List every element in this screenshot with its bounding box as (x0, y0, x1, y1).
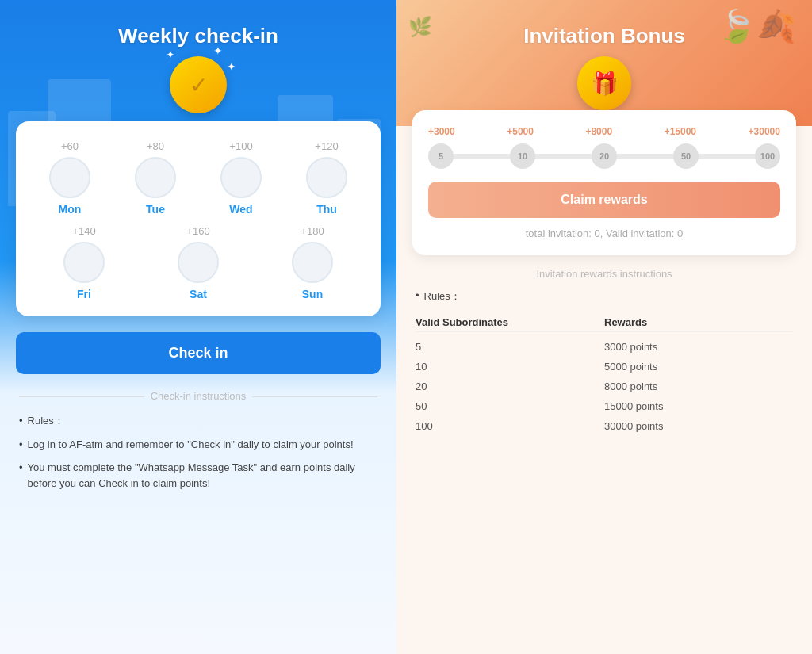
days-grid-row2: +140 Fri +160 Sat +180 Sun (32, 225, 365, 300)
sparkle-3: ✦ (227, 60, 236, 73)
day-circle-fri (63, 242, 105, 283)
progress-dot-4: 100 (755, 143, 780, 169)
checkin-instructions-title: Check-in instructions (19, 390, 377, 402)
day-points-tue: +80 (147, 140, 164, 152)
invitation-card: +3000 +5000 +8000 +15000 +30000 5 10 20 … (412, 110, 796, 255)
header-subordinates: Valid Subordinates (416, 316, 604, 328)
progress-dots: 5 10 20 50 100 (428, 143, 780, 169)
day-label-sat: Sat (190, 288, 207, 300)
progress-labels: +3000 +5000 +8000 +15000 +30000 (428, 126, 780, 137)
day-circle-mon (49, 157, 90, 198)
progress-bar-wrap: 5 10 20 50 100 (428, 143, 780, 169)
weekly-checkin-title: Weekly check-in (0, 24, 396, 48)
progress-section: +3000 +5000 +8000 +15000 +30000 5 10 20 … (428, 126, 780, 169)
day-label-mon: Mon (59, 203, 82, 216)
table-row-0: 5 3000 points (416, 337, 793, 357)
row-3-subordinates: 50 (416, 400, 604, 412)
right-instructions-section: Invitation rewards instructions • Rules：… (396, 255, 812, 654)
progress-dot-1: 10 (510, 143, 535, 169)
table-row-4: 100 30000 points (416, 416, 793, 436)
rewards-table: Valid Subordinates Rewards 5 3000 points… (416, 313, 793, 436)
checkin-button[interactable]: Check in (16, 332, 381, 374)
day-label-tue: Tue (146, 203, 165, 216)
table-row-2: 20 8000 points (416, 377, 793, 396)
progress-label-3: +15000 (665, 126, 696, 137)
day-circle-wed (220, 157, 262, 198)
bullet-icon-1: • (19, 437, 23, 453)
left-panel: Weekly check-in ✦ ✦ ✦ +60 Mon +80 (0, 0, 396, 654)
day-item-sat: +160 Sat (146, 225, 251, 300)
bullet-icon-0: • (19, 413, 23, 429)
day-item-fri: +140 Fri (32, 225, 136, 300)
day-label-thu: Thu (316, 203, 337, 216)
day-label-fri: Fri (77, 288, 91, 300)
day-label-sun: Sun (302, 288, 323, 300)
rule-item-1: • Log in to AF-atm and remember to "Chec… (19, 437, 377, 453)
day-points-thu: +120 (315, 140, 338, 152)
day-item-tue: +80 Tue (117, 140, 193, 216)
day-points-wed: +100 (229, 140, 252, 152)
bullet-icon-2: • (19, 460, 23, 491)
checkin-coin-icon: ✦ ✦ ✦ (170, 56, 227, 113)
invitation-bonus-title: Invitation Bonus (420, 24, 788, 48)
rule-item-0: • Rules： (19, 413, 377, 429)
right-panel: 🍃🍂 🌿 Invitation Bonus +3000 +5000 +8000 … (396, 0, 812, 654)
row-1-subordinates: 10 (416, 361, 604, 373)
row-1-rewards: 5000 points (604, 361, 793, 373)
progress-label-4: +30000 (749, 126, 780, 137)
left-title-area: Weekly check-in ✦ ✦ ✦ (0, 0, 396, 121)
progress-label-0: +3000 (428, 126, 455, 137)
day-points-sat: +160 (186, 225, 209, 237)
day-points-fri: +140 (72, 225, 95, 237)
sparkle-1: ✦ (166, 48, 175, 61)
row-3-rewards: 15000 points (604, 400, 793, 412)
day-label-wed: Wed (229, 203, 252, 216)
invitation-instructions-title: Invitation rewards instructions (416, 268, 793, 280)
row-0-subordinates: 5 (416, 341, 604, 353)
checkin-instructions-section: Check-in instructions • Rules： • Log in … (0, 374, 396, 514)
inv-rule-item-0: • Rules： (416, 289, 793, 304)
inv-bullet-0: • (416, 289, 419, 304)
checkin-card: +60 Mon +80 Tue +100 Wed +120 Th (16, 121, 381, 316)
progress-dot-2: 20 (592, 143, 617, 169)
right-hero: 🍃🍂 🌿 Invitation Bonus (396, 0, 812, 126)
day-item-sun: +180 Sun (260, 225, 365, 300)
row-2-subordinates: 20 (416, 381, 604, 392)
table-row-1: 10 5000 points (416, 357, 793, 377)
gift-coin-icon (577, 56, 631, 110)
day-item-thu: +120 Thu (289, 140, 365, 216)
day-circle-sat (178, 242, 219, 283)
rule-item-2: • You must complete the "Whatsapp Messag… (19, 460, 377, 491)
invitation-stats: total invitation: 0, Valid invitation: 0 (428, 228, 780, 239)
progress-dot-3: 50 (673, 143, 699, 169)
day-circle-thu (306, 157, 347, 198)
sparkle-2: ✦ (213, 44, 223, 57)
row-0-rewards: 3000 points (604, 341, 793, 353)
header-rewards: Rewards (604, 316, 793, 328)
progress-label-1: +5000 (507, 126, 534, 137)
table-row-3: 50 15000 points (416, 396, 793, 416)
row-4-subordinates: 100 (416, 420, 604, 432)
main-container: Weekly check-in ✦ ✦ ✦ +60 Mon +80 (0, 0, 812, 654)
day-item-mon: +60 Mon (32, 140, 108, 216)
rewards-table-header: Valid Subordinates Rewards (416, 313, 793, 332)
progress-label-2: +8000 (585, 126, 612, 137)
day-circle-sun (292, 242, 333, 283)
day-points-mon: +60 (61, 140, 79, 152)
progress-dot-0: 5 (428, 143, 454, 169)
row-2-rewards: 8000 points (604, 381, 793, 392)
day-circle-tue (135, 157, 176, 198)
row-4-rewards: 30000 points (604, 420, 793, 432)
day-item-wed: +100 Wed (203, 140, 279, 216)
claim-rewards-button[interactable]: Claim rewards (428, 182, 780, 218)
days-grid-row1: +60 Mon +80 Tue +100 Wed +120 Th (32, 140, 365, 216)
day-points-sun: +180 (301, 225, 324, 237)
